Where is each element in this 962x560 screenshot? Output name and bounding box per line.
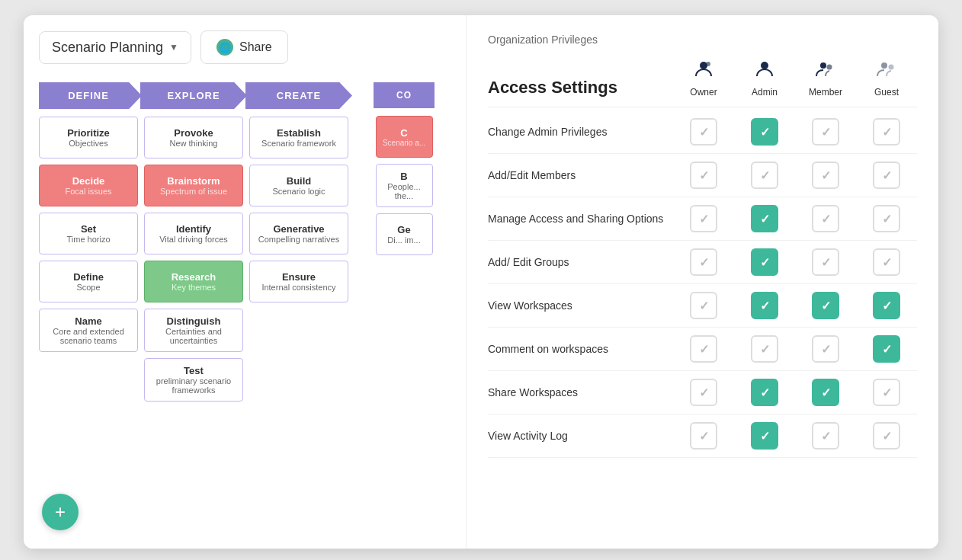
- permission-row: Add/ Edit Groups✓✓✓✓: [488, 241, 917, 284]
- check-box[interactable]: ✓: [690, 379, 717, 406]
- check-box[interactable]: ✓: [873, 205, 900, 232]
- chevron-down-icon: ▼: [169, 42, 178, 53]
- permission-label: View Activity Log: [488, 430, 673, 442]
- check-box[interactable]: ✓: [690, 335, 717, 363]
- left-panel: Scenario Planning ▼ 🌐 Share DEFINE Prior…: [24, 15, 466, 549]
- svg-point-6: [889, 65, 894, 70]
- check-box[interactable]: ✓: [690, 422, 717, 450]
- access-settings-title: Access Settings: [488, 78, 673, 98]
- access-settings-header: Access Settings Owner: [488, 58, 917, 98]
- check-box[interactable]: ✓: [751, 248, 778, 276]
- check-box[interactable]: ✓: [751, 118, 778, 146]
- permission-label: Add/Edit Members: [488, 169, 673, 181]
- check-cell: ✓: [734, 205, 795, 232]
- owner-label: Owner: [690, 87, 717, 98]
- check-box[interactable]: ✓: [690, 248, 717, 276]
- pipeline-header-co: CO: [374, 82, 435, 108]
- check-box[interactable]: ✓: [873, 335, 900, 363]
- owner-icon: [693, 58, 714, 84]
- member-label: Member: [809, 87, 842, 98]
- check-box[interactable]: ✓: [873, 379, 900, 406]
- pipeline-cards-create: Establish Scenario framework Build Scena…: [249, 117, 348, 302]
- plus-icon: +: [55, 501, 66, 523]
- check-box[interactable]: ✓: [690, 292, 717, 319]
- card-define: Define Scope: [39, 261, 138, 302]
- pipeline-header-create: CREATE: [245, 82, 352, 109]
- top-bar: Scenario Planning ▼ 🌐 Share: [39, 30, 451, 64]
- check-cell: ✓: [734, 248, 795, 276]
- permissions-container: Change Admin Privileges✓✓✓✓Add/Edit Memb…: [488, 110, 917, 458]
- permission-row: Share Workspaces✓✓✓✓: [488, 371, 917, 414]
- check-box[interactable]: ✓: [812, 205, 839, 232]
- check-box[interactable]: ✓: [812, 118, 839, 146]
- pipeline-column-create: CREATE Establish Scenario framework Buil…: [249, 82, 348, 302]
- check-box[interactable]: ✓: [873, 118, 900, 146]
- check-cell: ✓: [856, 205, 917, 232]
- check-cell: ✓: [673, 292, 734, 319]
- check-cell: ✓: [795, 118, 856, 146]
- pipeline-column-co: CO C Scenario a... B People... the... Ge…: [354, 82, 451, 255]
- card-provoke: Provoke New thinking: [144, 117, 243, 158]
- check-box[interactable]: ✓: [751, 292, 778, 319]
- pipeline-cards-explore: Provoke New thinking Brainstorm Spectrum…: [144, 117, 243, 402]
- guest-icon: [876, 58, 897, 84]
- check-box[interactable]: ✓: [751, 379, 778, 406]
- check-cell: ✓: [673, 162, 734, 189]
- pipeline-header-define: DEFINE: [39, 82, 142, 109]
- permission-row: Change Admin Privileges✓✓✓✓: [488, 110, 917, 154]
- share-label: Share: [239, 40, 272, 54]
- check-cell: ✓: [673, 248, 734, 276]
- card-prioritize: Prioritize Objectives: [39, 117, 138, 158]
- check-box[interactable]: ✓: [812, 379, 839, 406]
- card-brainstorm: Brainstorm Spectrum of issue: [144, 165, 243, 206]
- card-ensure: Ensure Internal consistency: [249, 261, 348, 302]
- check-box[interactable]: ✓: [873, 162, 900, 189]
- pipeline-column-define: DEFINE Prioritize Objectives Decide Foca…: [39, 82, 138, 352]
- svg-point-3: [820, 62, 826, 69]
- check-box[interactable]: ✓: [690, 118, 717, 146]
- card-distinguish: Distinguish Certainties and uncertaintie…: [144, 309, 243, 352]
- card-co1: C Scenario a...: [376, 116, 433, 158]
- check-box[interactable]: ✓: [690, 205, 717, 232]
- fab-add-button[interactable]: +: [42, 494, 79, 530]
- card-name: Name Core and extended scenario teams: [39, 309, 138, 352]
- check-box[interactable]: ✓: [812, 335, 839, 363]
- check-cell: ✓: [673, 205, 734, 232]
- check-box[interactable]: ✓: [751, 422, 778, 450]
- scenario-dropdown[interactable]: Scenario Planning ▼: [39, 31, 191, 64]
- check-box[interactable]: ✓: [873, 248, 900, 276]
- permission-row: Manage Access and Sharing Options✓✓✓✓: [488, 197, 917, 241]
- check-cell: ✓: [734, 118, 795, 146]
- check-cell: ✓: [856, 379, 917, 406]
- check-box[interactable]: ✓: [751, 335, 778, 363]
- card-co3: Ge Di... im...: [376, 213, 433, 255]
- role-col-admin: Admin: [734, 58, 795, 98]
- check-box[interactable]: ✓: [751, 205, 778, 232]
- check-box[interactable]: ✓: [751, 162, 778, 189]
- permission-label: View Workspaces: [488, 299, 673, 312]
- header-divider: [488, 107, 917, 107]
- right-panel: Organization Privileges Access Settings …: [466, 15, 938, 549]
- check-box[interactable]: ✓: [812, 162, 839, 189]
- check-box[interactable]: ✓: [812, 248, 839, 276]
- card-co2: B People... the...: [376, 164, 433, 207]
- permission-label: Change Admin Privileges: [488, 126, 673, 138]
- permission-row: Comment on workspaces✓✓✓✓: [488, 328, 917, 371]
- check-box[interactable]: ✓: [873, 422, 900, 450]
- role-col-guest: Guest: [856, 58, 917, 98]
- guest-label: Guest: [874, 87, 899, 98]
- card-set: Set Time horizo: [39, 213, 138, 254]
- admin-label: Admin: [752, 87, 778, 98]
- check-box[interactable]: ✓: [812, 422, 839, 450]
- check-cell: ✓: [673, 379, 734, 406]
- check-box[interactable]: ✓: [873, 292, 900, 319]
- share-button[interactable]: 🌐 Share: [200, 30, 288, 64]
- check-box[interactable]: ✓: [812, 292, 839, 319]
- permission-row: Add/Edit Members✓✓✓✓: [488, 154, 917, 197]
- check-cell: ✓: [734, 335, 795, 363]
- check-cell: ✓: [734, 162, 795, 189]
- permission-label: Comment on workspaces: [488, 343, 673, 355]
- permission-label: Manage Access and Sharing Options: [488, 213, 673, 225]
- check-box[interactable]: ✓: [690, 162, 717, 189]
- scenario-title: Scenario Planning: [52, 40, 163, 56]
